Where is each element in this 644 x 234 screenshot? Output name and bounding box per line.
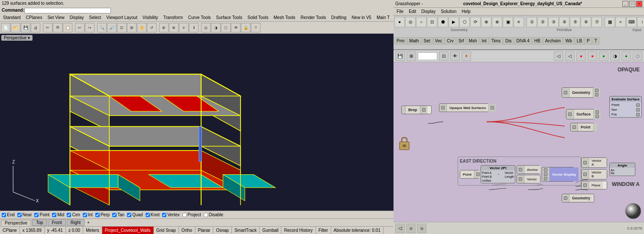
tb-wireframe[interactable]: ⬡ xyxy=(221,23,231,32)
snap-disable[interactable]: Disable xyxy=(204,212,223,217)
gh-input-btn-4[interactable]: ↕ xyxy=(637,17,644,27)
gh-nav-btn-1[interactable]: ◁ xyxy=(554,51,563,61)
gh-menu-solution[interactable]: Solution xyxy=(439,9,459,14)
tb-lock[interactable]: 🔒 xyxy=(241,23,250,32)
gh-param-btn-8[interactable]: ⟳ xyxy=(470,17,481,27)
gh-eye-btn[interactable]: 👁 xyxy=(450,51,460,61)
tab-top[interactable]: Top xyxy=(32,219,47,226)
close-button[interactable]: × xyxy=(636,1,642,7)
tb-layer[interactable]: ≡ xyxy=(179,23,189,32)
tab-perspective[interactable]: Perspective xyxy=(1,220,31,226)
gh-nav-btn-3[interactable]: ● xyxy=(576,51,586,61)
vector-2pt-node[interactable]: Vector 2Pt Point A Point B Unifize → Vec… xyxy=(481,165,515,183)
gh-param-btn-7[interactable]: ⬡ xyxy=(459,17,470,27)
geometry-bottom-node[interactable]: Geometry xyxy=(562,194,594,202)
gh-prim-btn-6[interactable]: ⑥ xyxy=(581,17,591,27)
gh-canvas[interactable]: OPAQUE Brep Opaque Wall Surfaces xyxy=(394,62,644,222)
point-node[interactable]: Point xyxy=(570,123,594,131)
gh-menu-display[interactable]: Display xyxy=(419,9,438,14)
gh-nav-btn-4[interactable]: ● xyxy=(588,51,597,61)
snap-end[interactable]: End xyxy=(2,212,15,217)
gh-nav-btn-7[interactable]: ● xyxy=(621,51,631,61)
gh-tab-hb[interactable]: HB xyxy=(532,37,543,45)
gh-tab-msh[interactable]: Msh xyxy=(467,37,479,45)
tb-open[interactable]: 📂 xyxy=(11,23,20,32)
snap-point[interactable]: Point xyxy=(34,212,49,217)
menu-standard[interactable]: Standard xyxy=(1,15,23,20)
snap-project[interactable]: Project xyxy=(182,212,201,217)
menu-surface-tools[interactable]: Surface Tools xyxy=(214,15,244,20)
gh-zoom-fit-btn[interactable]: ⊡ xyxy=(439,51,449,61)
angle-node[interactable]: Angle An Re xyxy=(609,163,635,176)
menu-select[interactable]: Select xyxy=(87,15,104,20)
gh-param-btn-9[interactable]: ⊕ xyxy=(481,17,491,27)
tb-undo[interactable]: ↩ xyxy=(75,23,85,32)
tb-help[interactable]: ? xyxy=(251,23,260,32)
gh-input-btn-2[interactable]: ≈ xyxy=(615,17,626,27)
gh-nav-btn-5[interactable]: ● xyxy=(599,51,608,61)
tb-redo[interactable]: ↪ xyxy=(85,23,94,32)
status-smarttrack[interactable]: SmartTrack xyxy=(232,227,260,234)
vector-display-node[interactable]: Vector Display xyxy=(542,167,574,182)
gh-tab-set[interactable]: Set xyxy=(422,37,433,45)
gh-tab-vec[interactable]: Vec xyxy=(433,37,445,45)
gh-tab-diva4[interactable]: DIVA 4 xyxy=(514,37,531,45)
tb-properties[interactable]: ℹ xyxy=(189,23,198,32)
gh-color-btn[interactable]: ✦ xyxy=(462,51,471,61)
gh-menu-edit[interactable]: Edit xyxy=(407,9,418,14)
gh-tab-math[interactable]: Math xyxy=(407,37,421,45)
gh-tab-archsim[interactable]: Archsim xyxy=(543,37,563,45)
gh-nav-btn-8[interactable]: ◌ xyxy=(633,51,642,61)
gh-bottom-btn-2[interactable]: ⏺ xyxy=(406,224,416,233)
anchor-node[interactable]: Anchor xyxy=(517,165,540,174)
gh-tab-prm[interactable]: Prm xyxy=(394,37,407,45)
plane-node[interactable]: Plane xyxy=(581,181,607,189)
snap-knot[interactable]: Knot xyxy=(146,212,160,217)
tb-gumball[interactable]: ⊗ xyxy=(169,23,179,32)
geometry-node[interactable]: Geometry xyxy=(562,87,594,98)
status-osnap[interactable]: Osnap xyxy=(213,227,231,234)
gh-canvas-btn-2[interactable]: ⊞ xyxy=(407,51,416,61)
tb-zoom-out[interactable]: 🔎 xyxy=(107,23,117,32)
gh-menu-help[interactable]: Help xyxy=(459,9,473,14)
gh-param-btn-1[interactable]: ● xyxy=(394,17,405,27)
gh-tab-tims[interactable]: Tims xyxy=(489,37,503,45)
gh-prim-btn-4[interactable]: ④ xyxy=(559,17,569,27)
vector-a-node[interactable]: Vector A xyxy=(581,157,607,168)
snap-int[interactable]: Int xyxy=(83,212,93,217)
tb-rotate[interactable]: ↺ xyxy=(147,23,156,32)
command-input[interactable] xyxy=(24,8,111,13)
viewport-container[interactable]: Perspective ▾ xyxy=(0,34,394,211)
gh-tab-dis[interactable]: Dis xyxy=(503,37,514,45)
tb-zoom-window[interactable]: ⊞ xyxy=(127,23,137,32)
gh-tab-srf[interactable]: Srf xyxy=(456,37,466,45)
building-canvas[interactable]: Z X xyxy=(0,34,394,211)
tb-zoom-in[interactable]: 🔍 xyxy=(97,23,107,32)
tb-pan[interactable]: ✋ xyxy=(137,23,146,32)
viewport-label[interactable]: Perspective ▾ xyxy=(1,35,33,41)
brep-node[interactable]: Brep xyxy=(401,106,432,114)
snap-vertex[interactable]: Vertex xyxy=(162,212,179,217)
gh-zoom-input[interactable]: 100% xyxy=(418,52,437,60)
gh-input-btn-1[interactable]: ▦ xyxy=(605,17,615,27)
gh-prim-btn-1[interactable]: ① xyxy=(527,17,537,27)
gh-save-btn[interactable]: 💾 xyxy=(395,51,405,61)
gh-input-btn-3[interactable]: ⌨ xyxy=(626,17,637,27)
gh-param-btn-3[interactable]: ○ xyxy=(416,17,426,27)
tb-paste[interactable]: 📋 xyxy=(63,23,72,32)
tb-render[interactable]: ◎ xyxy=(201,23,211,32)
maximize-button[interactable]: □ xyxy=(629,1,635,7)
snap-tan[interactable]: Tan xyxy=(112,212,124,217)
tb-cut[interactable]: ✂ xyxy=(43,23,52,32)
gh-param-btn-6[interactable]: ▶ xyxy=(449,17,459,27)
gh-tab-t[interactable]: T xyxy=(592,37,599,45)
gh-menu-file[interactable]: File xyxy=(394,9,406,14)
menu-solid-tools[interactable]: Solid Tools xyxy=(245,15,270,20)
tb-print[interactable]: 🖨 xyxy=(31,23,40,32)
gh-bottom-btn-1[interactable]: ◁ xyxy=(395,224,405,233)
tb-shade[interactable]: ◑ xyxy=(211,23,221,32)
surface-node[interactable]: Surface xyxy=(566,109,594,119)
tb-hide[interactable]: 👁 xyxy=(231,23,241,32)
tb-snap[interactable]: ⊕ xyxy=(159,23,169,32)
status-project[interactable]: Project_Covetool_Walls xyxy=(102,227,154,234)
